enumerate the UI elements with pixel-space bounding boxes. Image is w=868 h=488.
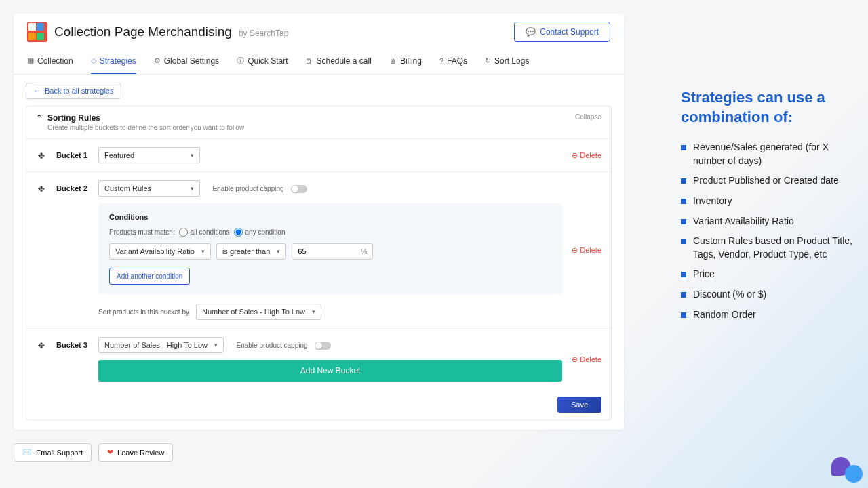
- sort-by-select[interactable]: Number of Sales - High To Low: [196, 304, 321, 320]
- list-item: Custom Rules based on Product Title, Tag…: [681, 231, 857, 264]
- content-area: ← Back to all strategies ⌃ Sorting Rules…: [14, 75, 624, 430]
- bucket-name: Bucket 3: [56, 341, 89, 382]
- minus-circle-icon: ⊖: [572, 246, 578, 255]
- list-item: Variant Availability Ratio: [681, 211, 857, 232]
- footer-buttons: ✉️Email Support ❤Leave Review: [0, 443, 637, 471]
- add-condition-button[interactable]: Add another condition: [109, 268, 190, 285]
- list-item: Revenue/Sales generated (for X number of…: [681, 138, 857, 171]
- info-icon: ⓘ: [237, 56, 244, 66]
- collapse-link[interactable]: Collapse: [575, 113, 601, 121]
- tab-strategies[interactable]: ◇Strategies: [91, 47, 136, 74]
- radio-any-condition[interactable]: any condition: [234, 228, 285, 237]
- app-title: Collection Page Merchandising: [54, 24, 232, 39]
- app-logo: [27, 22, 47, 42]
- panel-header: ⌃ Sorting Rules Create multiple buckets …: [26, 106, 611, 139]
- condition-operator-select[interactable]: is greater than: [216, 243, 286, 260]
- condition-row: Variant Availability Ratio is greater th…: [109, 243, 551, 260]
- back-label: Back to all strategies: [45, 87, 114, 95]
- side-list: Revenue/Sales generated (for X number of…: [681, 138, 857, 325]
- delete-bucket-button[interactable]: ⊖Delete: [572, 151, 601, 160]
- refresh-icon: ↻: [485, 56, 491, 65]
- list-item: Product Published or Created date: [681, 171, 857, 191]
- email-support-button[interactable]: ✉️Email Support: [14, 443, 92, 462]
- decorative-blob: [830, 455, 863, 483]
- panel-subtitle: Create multiple buckets to define the so…: [47, 124, 244, 131]
- nav-tabs: ▦Collection ◇Strategies ⚙Global Settings…: [14, 47, 624, 75]
- side-title: Strategies can use a combination of:: [681, 88, 857, 127]
- chevron-down-icon: [277, 248, 280, 255]
- contact-support-button[interactable]: 💬 Contact Support: [514, 22, 610, 42]
- chevron-down-icon[interactable]: ⌃: [36, 113, 42, 122]
- condition-value-input[interactable]: 65%: [292, 243, 373, 260]
- back-to-strategies-button[interactable]: ← Back to all strategies: [26, 83, 121, 99]
- bucket-row: ✥ Bucket 3 Number of Sales - High To Low…: [26, 329, 611, 390]
- help-icon: ?: [439, 57, 443, 65]
- leave-review-button[interactable]: ❤Leave Review: [98, 443, 173, 462]
- billing-icon: 🗎: [389, 57, 397, 65]
- delete-bucket-button[interactable]: ⊖Delete: [572, 246, 601, 255]
- condition-field-select[interactable]: Variant Availability Ratio: [109, 243, 211, 260]
- list-item: Discount (% or $): [681, 285, 857, 305]
- save-button[interactable]: Save: [557, 396, 601, 413]
- by-label: by SearchTap: [239, 28, 288, 38]
- minus-circle-icon: ⊖: [572, 151, 578, 160]
- list-item: Price: [681, 264, 857, 285]
- drag-handle-icon[interactable]: ✥: [36, 151, 47, 163]
- percent-icon: %: [361, 248, 367, 256]
- chevron-down-icon: [201, 248, 205, 255]
- collection-icon: ▦: [27, 56, 34, 65]
- settings-icon: ⚙: [154, 56, 161, 65]
- app-shell: Collection Page Merchandising by SearchT…: [14, 14, 624, 430]
- minus-circle-icon: ⊖: [572, 355, 578, 364]
- conditions-box: Conditions Products must match: all cond…: [98, 203, 562, 294]
- tab-quick-start[interactable]: ⓘQuick Start: [237, 47, 288, 74]
- tab-collection[interactable]: ▦Collection: [27, 47, 73, 74]
- calendar-icon: 🗓: [305, 57, 313, 65]
- sort-by-label: Sort products in this bucket by: [98, 308, 189, 316]
- sort-by-row: Sort products in this bucket by Number o…: [98, 304, 562, 320]
- radio-all-conditions[interactable]: all conditions: [179, 228, 230, 237]
- bucket-type-select[interactable]: Custom Rules: [98, 180, 200, 197]
- list-item: Inventory: [681, 191, 857, 211]
- tab-schedule-call[interactable]: 🗓Schedule a call: [305, 47, 371, 74]
- app-header: Collection Page Merchandising by SearchT…: [14, 14, 624, 47]
- panel-title: Sorting Rules: [47, 113, 244, 123]
- bucket-name: Bucket 1: [56, 151, 89, 163]
- bucket-type-select[interactable]: Number of Sales - High To Low: [98, 337, 224, 353]
- chevron-down-icon: [191, 185, 194, 192]
- capping-label: Enable product capping: [237, 342, 308, 349]
- bucket-row: ✥ Bucket 2 Custom Rules Enable product c…: [26, 172, 611, 329]
- tab-sort-logs[interactable]: ↻Sort Logs: [485, 47, 529, 74]
- chevron-down-icon: [214, 342, 218, 348]
- bucket-type-select[interactable]: Featured: [98, 147, 200, 163]
- capping-label: Enable product capping: [212, 185, 283, 192]
- match-row: Products must match: all conditions any …: [109, 228, 551, 237]
- list-item: Random Order: [681, 305, 857, 325]
- chevron-down-icon: [191, 152, 194, 159]
- bucket-row: ✥ Bucket 1 Featured ⊖Delete: [26, 139, 611, 172]
- conditions-title: Conditions: [109, 213, 551, 221]
- tab-global-settings[interactable]: ⚙Global Settings: [154, 47, 219, 74]
- drag-handle-icon[interactable]: ✥: [36, 184, 47, 320]
- mail-icon: ✉️: [22, 448, 32, 457]
- tab-billing[interactable]: 🗎Billing: [389, 47, 422, 74]
- contact-support-label: Contact Support: [540, 27, 599, 37]
- capping-toggle[interactable]: [315, 342, 331, 350]
- capping-toggle[interactable]: [291, 185, 307, 193]
- bucket-name: Bucket 2: [56, 184, 89, 320]
- add-bucket-button[interactable]: Add New Bucket: [98, 360, 562, 382]
- save-row: Save: [26, 390, 611, 420]
- delete-bucket-button[interactable]: ⊖Delete: [572, 355, 601, 364]
- chevron-down-icon: [312, 308, 315, 315]
- heart-icon: ❤: [107, 448, 113, 457]
- arrow-left-icon: ←: [33, 87, 41, 95]
- strategies-icon: ◇: [91, 56, 96, 65]
- side-info-panel: Strategies can use a combination of: Rev…: [681, 88, 857, 325]
- chat-icon: 💬: [526, 27, 536, 37]
- drag-handle-icon[interactable]: ✥: [36, 341, 47, 382]
- sorting-rules-panel: ⌃ Sorting Rules Create multiple buckets …: [26, 106, 612, 420]
- tab-faqs[interactable]: ?FAQs: [439, 47, 467, 74]
